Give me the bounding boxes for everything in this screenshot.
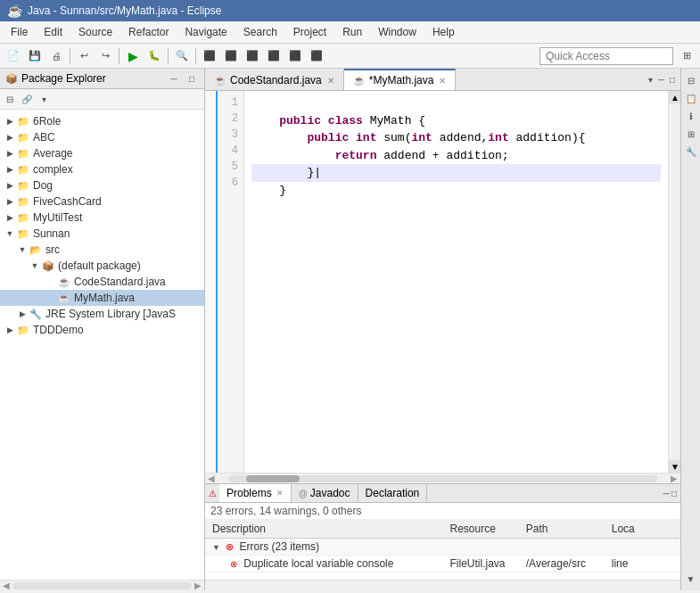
col-resource[interactable]: Resource [443,520,519,539]
tab-problems-close[interactable]: ✕ [276,489,284,498]
scroll-thumb[interactable] [246,475,300,482]
scroll-up-btn[interactable]: ▲ [669,91,680,103]
tree-item-myutiltest[interactable]: ▶ 📁 MyUtilTest [0,210,204,226]
tab-label-mymath: *MyMath.java [369,74,434,86]
toolbar-btn-5[interactable]: ⬛ [200,46,219,66]
col-location[interactable]: Loca [605,520,680,539]
toolbar-btn-10[interactable]: ⬛ [307,46,326,66]
tree-item-sunnan[interactable]: ▼ 📁 Sunnan [0,226,204,242]
scroll-track-v[interactable] [669,103,680,460]
menu-project[interactable]: Project [286,23,334,41]
tab-codestandard[interactable]: ☕ CodeStandard.java ✕ [205,69,344,90]
menu-navigate[interactable]: Navigate [177,23,234,41]
pkg-icon-sunnan: 📁 [16,226,30,241]
bottom-scrollbar[interactable] [205,580,680,590]
run-button[interactable]: ▶ [123,46,143,66]
arrow-fivecashcard: ▶ [4,197,16,206]
tree-area[interactable]: ▶ 📁 6Role ▶ 📁 ABC ▶ 📁 Average ▶ 📁 co [0,110,204,580]
tab-declaration[interactable]: Declaration [358,484,428,502]
menu-search[interactable]: Search [236,23,284,41]
menu-file[interactable]: File [4,23,35,41]
tab-icon-codestandard: ☕ [214,75,226,86]
h-scrollbar[interactable]: ◀ ▶ [205,473,680,483]
new-button[interactable]: 📄 [4,46,23,66]
error-group-row[interactable]: ▼ ⊗ Errors (23 items) [205,539,680,556]
tree-item-average[interactable]: ▶ 📁 Average [0,145,204,161]
scroll-track[interactable] [12,582,192,589]
code-content[interactable]: public class MyMath { public int sum(int… [244,91,668,473]
scroll-track-h[interactable] [228,475,657,482]
tab-menu-button[interactable]: ▾ [646,73,655,86]
toolbar-btn-7[interactable]: ⬛ [243,46,262,66]
toolbar-sep-2 [119,48,119,64]
menu-edit[interactable]: Edit [37,23,70,41]
rs-btn-2[interactable]: 📋 [683,90,699,106]
scroll-right[interactable]: ▶ [668,474,680,483]
tree-item-complex[interactable]: ▶ 📁 complex [0,161,204,177]
redo-button[interactable]: ↪ [95,46,115,66]
tree-item-6role[interactable]: ▶ 📁 6Role [0,113,204,129]
quick-access-input[interactable] [539,47,673,65]
tab-label-codestandard: CodeStandard.java [230,74,322,86]
rs-btn-3[interactable]: ℹ [683,108,699,124]
menu-run[interactable]: Run [335,23,369,41]
tab-problems[interactable]: Problems ✕ [219,484,292,502]
tree-item-dog[interactable]: ▶ 📁 Dog [0,177,204,194]
toolbar-btn-8[interactable]: ⬛ [264,46,284,66]
debug-button[interactable]: 🐛 [144,46,164,66]
tab-close-codestandard[interactable]: ✕ [327,76,334,86]
link-editor-button[interactable]: 🔗 [19,91,35,107]
tree-item-mymath[interactable]: ▶ ☕ MyMath.java [0,290,204,306]
scroll-down-btn[interactable]: ▼ [669,460,680,473]
tree-item-src[interactable]: ▼ 📂 src [0,242,204,258]
tree-item-abc[interactable]: ▶ 📁 ABC [0,129,204,145]
tree-item-codestandard[interactable]: ▶ ☕ CodeStandard.java [0,274,204,290]
expand-errors-arrow[interactable]: ▼ [212,543,220,552]
error-group-label[interactable]: ▼ ⊗ Errors (23 items) [205,539,680,556]
scroll-left-btn[interactable]: ◀ [0,581,12,590]
scroll-right-btn[interactable]: ▶ [192,581,204,590]
explorer-scrollbar[interactable]: ◀ ▶ [0,580,204,590]
rs-btn-5[interactable]: 🔧 [683,144,699,160]
defaultpkg-icon: 📦 [41,259,55,273]
rs-btn-1[interactable]: ⊟ [683,72,699,88]
menu-help[interactable]: Help [425,23,462,41]
rs-btn-bottom[interactable]: ▼ [683,571,699,587]
arrow-complex: ▶ [4,165,16,174]
maximize-button[interactable]: □ [185,71,199,86]
minimize-editor-button[interactable]: ─ [656,73,666,86]
label-dog: Dog [33,179,53,192]
tree-item-tdddemo[interactable]: ▶ 📁 TDDDemo [0,322,204,338]
scroll-left[interactable]: ◀ [205,474,218,483]
error-row-1[interactable]: ⊗ Duplicate local variable console FileU… [205,556,680,572]
tree-item-defaultpkg[interactable]: ▼ 📦 (default package) [0,258,204,274]
tab-javadoc[interactable]: @ Javadoc [292,484,358,502]
tree-item-fivecashcard[interactable]: ▶ 📁 FiveCashCard [0,194,204,210]
search-button[interactable]: 🔍 [172,46,192,66]
maximize-editor-button[interactable]: □ [668,73,677,86]
print-button[interactable]: 🖨 [46,46,66,66]
toolbar-btn-9[interactable]: ⬛ [285,46,305,66]
save-button[interactable]: 💾 [25,46,45,66]
minimize-button[interactable]: ─ [167,71,181,86]
code-editor[interactable]: 1 2 3 4 5 6 public class MyMath { public… [205,91,680,473]
menu-refactor[interactable]: Refactor [121,23,176,41]
bottom-minimize-button[interactable]: ─ [663,489,670,498]
panel-menu-button[interactable]: ▾ [36,91,52,107]
tab-close-mymath[interactable]: ✕ [439,76,446,86]
right-scrollbar[interactable]: ▲ ▼ [668,91,680,473]
perspective-button[interactable]: ⊞ [677,46,696,66]
rs-btn-4[interactable]: ⊞ [683,126,699,142]
menu-source[interactable]: Source [71,23,119,41]
bottom-maximize-button[interactable]: □ [671,489,677,498]
col-path[interactable]: Path [519,520,605,539]
tree-item-jre[interactable]: ▶ 🔧 JRE System Library [JavaS [0,306,204,322]
pkg-icon-fivecashcard: 📁 [16,194,30,209]
tab-mymath[interactable]: ☕ *MyMath.java ✕ [344,69,457,90]
editor-area: ☕ CodeStandard.java ✕ ☕ *MyMath.java ✕ ▾… [205,69,680,483]
undo-button[interactable]: ↩ [74,46,94,66]
collapse-all-button[interactable]: ⊟ [2,91,18,107]
col-description[interactable]: Description [205,520,443,539]
menu-window[interactable]: Window [371,23,424,41]
toolbar-btn-6[interactable]: ⬛ [221,46,241,66]
